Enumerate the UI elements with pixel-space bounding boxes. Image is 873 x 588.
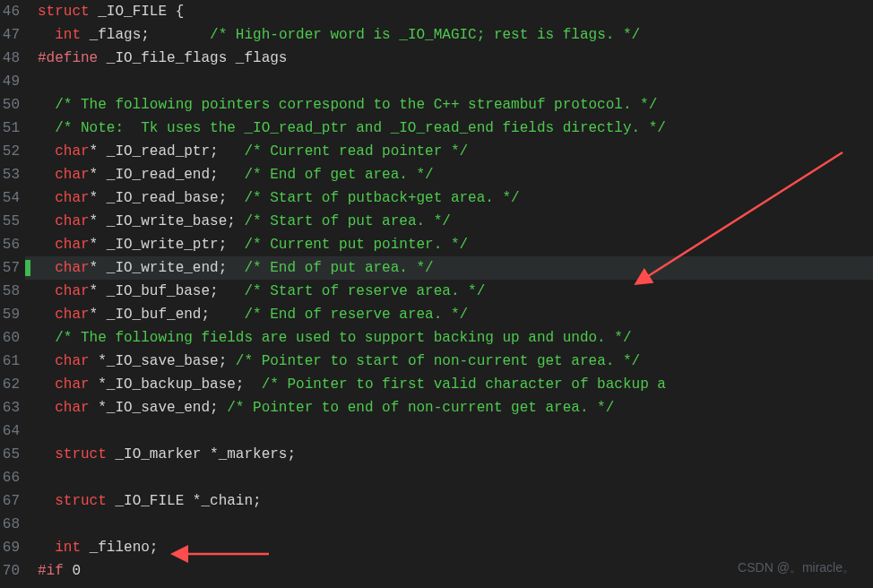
- code-token: *: [90, 353, 107, 369]
- code-token: [81, 540, 90, 556]
- code-token: /* Current put pointer. */: [244, 237, 468, 253]
- marker-slot: [25, 307, 34, 330]
- code-token: [38, 283, 55, 299]
- line-number: 67: [0, 489, 20, 513]
- code-token: [38, 260, 55, 276]
- code-token: ;: [219, 190, 228, 206]
- code-line[interactable]: char* _IO_write_end; /* End of put area.…: [38, 256, 873, 280]
- code-token: [98, 50, 107, 66]
- code-token: [38, 353, 55, 369]
- marker-slot: [25, 117, 34, 140]
- code-line[interactable]: #define _IO_file_flags _flags: [38, 47, 873, 70]
- code-line[interactable]: [38, 466, 873, 489]
- code-line[interactable]: struct _IO_FILE *_chain;: [38, 489, 873, 513]
- code-token: /* Current read pointer */: [244, 143, 468, 160]
- line-number: 58: [0, 280, 20, 303]
- code-area[interactable]: struct _IO_FILE { int _flags; /* High-or…: [34, 0, 873, 588]
- code-token: ;: [210, 167, 219, 183]
- code-token: [38, 330, 55, 346]
- code-token: [38, 446, 55, 463]
- code-token: ;: [253, 493, 262, 509]
- marker-slot: [25, 353, 34, 376]
- code-token: _IO_marker: [115, 446, 201, 463]
- code-token: [236, 213, 245, 229]
- code-token: *: [90, 260, 107, 276]
- code-token: ;: [219, 260, 228, 276]
- code-line[interactable]: /* The following fields are used to supp…: [38, 326, 873, 350]
- code-editor[interactable]: 4647484950515253545556575859606162636465…: [0, 0, 873, 588]
- marker-slot: [25, 23, 34, 47]
- line-number: 49: [0, 70, 20, 93]
- code-token: ;: [219, 353, 228, 369]
- code-token: [38, 400, 55, 416]
- code-token: char: [55, 260, 89, 276]
- code-line[interactable]: /* Note: Tk uses the _IO_read_ptr and _I…: [38, 117, 873, 140]
- line-number: 53: [0, 163, 20, 186]
- line-number: 48: [0, 47, 20, 70]
- marker-slot: [25, 283, 34, 307]
- line-number: 62: [0, 373, 20, 396]
- code-token: [150, 27, 210, 43]
- code-line[interactable]: char* _IO_read_base; /* Start of putback…: [38, 186, 873, 210]
- code-token: /* Start of putback+get area. */: [244, 190, 519, 206]
- code-token: *: [90, 213, 107, 229]
- code-token: _IO_FILE: [115, 493, 184, 509]
- cursor-marker: [25, 260, 30, 276]
- marker-slot: [25, 470, 34, 493]
- code-token: char: [55, 283, 89, 299]
- code-line[interactable]: char *_IO_save_base; /* Pointer to start…: [38, 350, 873, 373]
- code-token: _flags: [90, 27, 142, 43]
- code-line[interactable]: struct _IO_marker *_markers;: [38, 443, 873, 466]
- marker-slot: [25, 186, 34, 210]
- code-token: ;: [150, 540, 159, 556]
- code-token: [38, 213, 55, 229]
- code-line[interactable]: char *_IO_backup_base; /* Pointer to fir…: [38, 373, 873, 396]
- code-token: _IO_read_base: [107, 190, 219, 206]
- line-number: 47: [0, 23, 20, 47]
- code-line[interactable]: char* _IO_buf_end; /* End of reserve are…: [38, 303, 873, 326]
- line-number: 46: [0, 0, 20, 23]
- code-token: _fileno: [90, 540, 150, 556]
- marker-slot: [25, 376, 34, 400]
- code-token: _IO_read_end: [107, 167, 210, 183]
- code-token: char: [55, 237, 89, 253]
- marker-slot: [25, 47, 34, 70]
- code-token: char: [55, 167, 89, 183]
- watermark: CSDN @。miracle。: [738, 556, 855, 579]
- code-token: /* End of put area. */: [244, 260, 433, 276]
- code-token: struct: [55, 446, 107, 463]
- code-token: [210, 307, 244, 323]
- code-line[interactable]: char* _IO_read_end; /* End of get area. …: [38, 163, 873, 186]
- code-token: [227, 190, 244, 206]
- line-number: 57: [0, 256, 20, 280]
- code-line[interactable]: char* _IO_read_ptr; /* Current read poin…: [38, 140, 873, 163]
- code-token: [227, 237, 244, 253]
- marker-slot: [25, 540, 34, 563]
- code-token: ;: [236, 376, 245, 393]
- code-token: ;: [210, 400, 219, 416]
- code-token: [81, 27, 90, 43]
- code-token: _flags: [236, 50, 288, 66]
- code-token: struct: [38, 4, 90, 20]
- code-token: *: [90, 167, 107, 183]
- marker-slot: [25, 233, 34, 256]
- code-line[interactable]: [38, 419, 873, 443]
- code-token: _IO_write_base: [107, 213, 227, 229]
- code-line[interactable]: [38, 70, 873, 93]
- code-token: char: [55, 353, 89, 369]
- code-line[interactable]: struct _IO_FILE {: [38, 0, 873, 23]
- code-line[interactable]: int _flags; /* High-order word is _IO_MA…: [38, 23, 873, 47]
- code-line[interactable]: /* The following pointers correspond to …: [38, 93, 873, 117]
- code-line[interactable]: char* _IO_write_ptr; /* Current put poin…: [38, 233, 873, 256]
- code-token: *: [90, 190, 107, 206]
- marker-slot: [25, 423, 34, 446]
- code-token: /* Note: Tk uses the _IO_read_ptr and _I…: [55, 120, 666, 136]
- code-line[interactable]: char* _IO_write_base; /* Start of put ar…: [38, 210, 873, 233]
- code-line[interactable]: char *_IO_save_end; /* Pointer to end of…: [38, 396, 873, 419]
- code-line[interactable]: char* _IO_buf_base; /* Start of reserve …: [38, 280, 873, 303]
- code-token: char: [55, 307, 89, 323]
- line-number: 65: [0, 443, 20, 466]
- code-line[interactable]: [38, 513, 873, 536]
- line-number: 64: [0, 419, 20, 443]
- code-token: /* Pointer to end of non-current get are…: [227, 400, 614, 416]
